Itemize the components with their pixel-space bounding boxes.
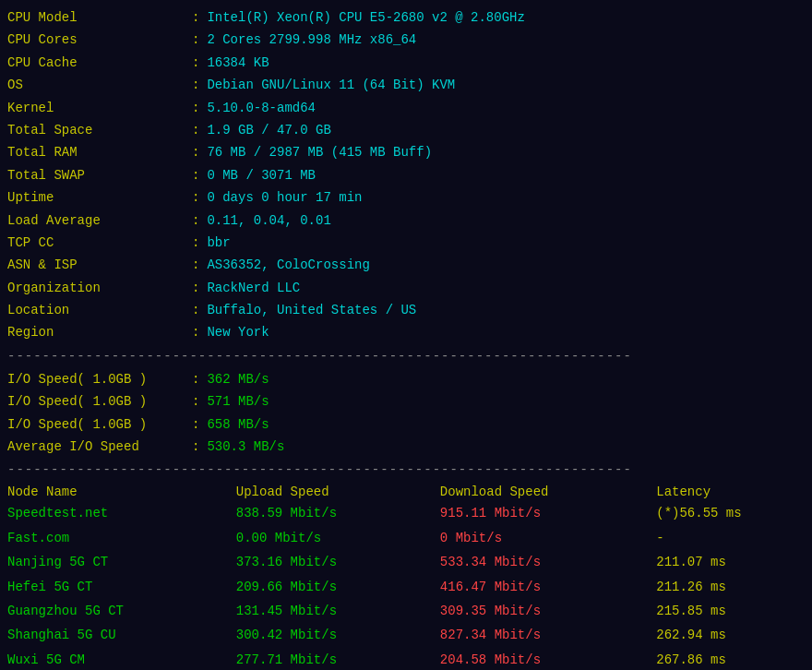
network-section: Node Name Upload Speed Download Speed La… bbox=[7, 483, 805, 670]
total-swap-label: Total SWAP bbox=[7, 165, 192, 185]
io-label: I/O Speed( 1.0GB ) bbox=[7, 414, 192, 435]
upload-speed: 209.66 Mbit/s bbox=[236, 575, 440, 599]
header-download: Download Speed bbox=[440, 483, 656, 501]
node-name: Speedtest.net bbox=[7, 501, 236, 525]
latency-value: - bbox=[656, 526, 805, 550]
node-name: Shanghai 5G CU bbox=[7, 623, 236, 647]
asn-isp-row: ASN & ISP : AS36352, ColoCrossing bbox=[7, 255, 805, 275]
location-row: Location : Buffalo, United States / US bbox=[7, 300, 805, 320]
tcp-cc-label: TCP CC bbox=[7, 233, 192, 253]
node-name: Hefei 5G CT bbox=[7, 575, 236, 599]
io-row-2: I/O Speed( 1.0GB ) : 658 MB/s bbox=[7, 414, 805, 435]
upload-speed: 0.00 Mbit/s bbox=[236, 526, 440, 550]
cpu-cache-value: 16384 KB bbox=[207, 53, 269, 73]
tcp-cc-value: bbr bbox=[207, 233, 230, 253]
total-space-label: Total Space bbox=[7, 120, 192, 140]
network-header-row: Node Name Upload Speed Download Speed La… bbox=[7, 483, 805, 501]
network-row: Nanjing 5G CT 373.16 Mbit/s 533.34 Mbit/… bbox=[7, 550, 805, 574]
kernel-row: Kernel : 5.10.0-8-amd64 bbox=[7, 98, 805, 118]
cpu-model-label: CPU Model bbox=[7, 7, 192, 28]
total-ram-label: Total RAM bbox=[7, 142, 192, 162]
uptime-row: Uptime : 0 days 0 hour 17 min bbox=[7, 187, 805, 208]
total-ram-row: Total RAM : 76 MB / 2987 MB (415 MB Buff… bbox=[7, 142, 805, 162]
latency-value: 267.86 ms bbox=[656, 648, 805, 670]
kernel-label: Kernel bbox=[7, 98, 192, 118]
organization-row: Organization : RackNerd LLC bbox=[7, 278, 805, 298]
network-row: Shanghai 5G CU 300.42 Mbit/s 827.34 Mbit… bbox=[7, 623, 805, 647]
network-row: Wuxi 5G CM 277.71 Mbit/s 204.58 Mbit/s 2… bbox=[7, 648, 805, 670]
asn-isp-value: AS36352, ColoCrossing bbox=[207, 255, 369, 275]
uptime-label: Uptime bbox=[7, 187, 192, 208]
cpu-cache-label: CPU Cache bbox=[7, 53, 192, 73]
network-row: Guangzhou 5G CT 131.45 Mbit/s 309.35 Mbi… bbox=[7, 599, 805, 623]
io-label: Average I/O Speed bbox=[7, 437, 192, 457]
node-name: Wuxi 5G CM bbox=[7, 648, 236, 670]
node-name: Nanjing 5G CT bbox=[7, 550, 236, 574]
divider-1: ----------------------------------------… bbox=[7, 349, 805, 364]
header-upload: Upload Speed bbox=[236, 483, 440, 501]
node-name: Guangzhou 5G CT bbox=[7, 599, 236, 623]
location-label: Location bbox=[7, 300, 192, 320]
os-row: OS : Debian GNU/Linux 11 (64 Bit) KVM bbox=[7, 75, 805, 95]
latency-value: 262.94 ms bbox=[656, 623, 805, 647]
upload-speed: 373.16 Mbit/s bbox=[236, 550, 440, 574]
download-speed: 533.34 Mbit/s bbox=[440, 550, 656, 574]
io-row-1: I/O Speed( 1.0GB ) : 571 MB/s bbox=[7, 391, 805, 412]
system-info: CPU Model : Intel(R) Xeon(R) CPU E5-2680… bbox=[7, 7, 805, 343]
load-average-row: Load Average : 0.11, 0.04, 0.01 bbox=[7, 210, 805, 231]
upload-speed: 131.45 Mbit/s bbox=[236, 599, 440, 623]
latency-value: 215.85 ms bbox=[656, 599, 805, 623]
organization-label: Organization bbox=[7, 278, 192, 298]
download-speed: 0 Mbit/s bbox=[440, 526, 656, 550]
download-speed: 204.58 Mbit/s bbox=[440, 648, 656, 670]
download-speed: 416.47 Mbit/s bbox=[440, 575, 656, 599]
total-space-row: Total Space : 1.9 GB / 47.0 GB bbox=[7, 120, 805, 140]
total-swap-value: 0 MB / 3071 MB bbox=[207, 165, 316, 185]
asn-isp-label: ASN & ISP bbox=[7, 255, 192, 275]
network-row: Speedtest.net 838.59 Mbit/s 915.11 Mbit/… bbox=[7, 501, 805, 525]
uptime-value: 0 days 0 hour 17 min bbox=[207, 187, 362, 208]
latency-value: (*)56.55 ms bbox=[656, 501, 805, 525]
organization-value: RackNerd LLC bbox=[207, 278, 300, 298]
io-value: 362 MB/s bbox=[207, 369, 269, 389]
cpu-cores-row: CPU Cores : 2 Cores 2799.998 MHz x86_64 bbox=[7, 30, 805, 50]
kernel-value: 5.10.0-8-amd64 bbox=[207, 98, 316, 118]
io-label: I/O Speed( 1.0GB ) bbox=[7, 391, 192, 412]
divider-2: ----------------------------------------… bbox=[7, 462, 805, 477]
location-value: Buffalo, United States / US bbox=[207, 300, 416, 320]
os-label: OS bbox=[7, 75, 192, 95]
header-node: Node Name bbox=[7, 483, 236, 501]
network-row: Fast.com 0.00 Mbit/s 0 Mbit/s - bbox=[7, 526, 805, 550]
total-space-value: 1.9 GB / 47.0 GB bbox=[207, 120, 330, 140]
download-speed: 915.11 Mbit/s bbox=[440, 501, 656, 525]
cpu-cache-row: CPU Cache : 16384 KB bbox=[7, 53, 805, 73]
load-average-label: Load Average bbox=[7, 210, 192, 231]
cpu-model-row: CPU Model : Intel(R) Xeon(R) CPU E5-2680… bbox=[7, 7, 805, 28]
header-latency: Latency bbox=[656, 483, 805, 501]
io-label: I/O Speed( 1.0GB ) bbox=[7, 369, 192, 389]
load-average-value: 0.11, 0.04, 0.01 bbox=[207, 210, 330, 231]
region-label: Region bbox=[7, 322, 192, 342]
latency-value: 211.26 ms bbox=[656, 575, 805, 599]
region-value: New York bbox=[207, 322, 269, 342]
io-row-3: Average I/O Speed : 530.3 MB/s bbox=[7, 437, 805, 457]
io-section: I/O Speed( 1.0GB ) : 362 MB/s I/O Speed(… bbox=[7, 369, 805, 458]
total-ram-value: 76 MB / 2987 MB (415 MB Buff) bbox=[207, 142, 432, 162]
upload-speed: 838.59 Mbit/s bbox=[236, 501, 440, 525]
latency-value: 211.07 ms bbox=[656, 550, 805, 574]
download-speed: 309.35 Mbit/s bbox=[440, 599, 656, 623]
cpu-model-value: Intel(R) Xeon(R) CPU E5-2680 v2 @ 2.80GH… bbox=[207, 7, 524, 28]
io-row-0: I/O Speed( 1.0GB ) : 362 MB/s bbox=[7, 369, 805, 389]
cpu-cores-label: CPU Cores bbox=[7, 30, 192, 50]
cpu-cores-value: 2 Cores 2799.998 MHz x86_64 bbox=[207, 30, 416, 50]
os-value: Debian GNU/Linux 11 (64 Bit) KVM bbox=[207, 75, 455, 95]
upload-speed: 300.42 Mbit/s bbox=[236, 623, 440, 647]
download-speed: 827.34 Mbit/s bbox=[440, 623, 656, 647]
network-table: Node Name Upload Speed Download Speed La… bbox=[7, 483, 805, 670]
node-name: Fast.com bbox=[7, 526, 236, 550]
upload-speed: 277.71 Mbit/s bbox=[236, 648, 440, 670]
io-value: 530.3 MB/s bbox=[207, 437, 284, 457]
io-value: 571 MB/s bbox=[207, 391, 269, 412]
tcp-cc-row: TCP CC : bbr bbox=[7, 233, 805, 253]
network-row: Hefei 5G CT 209.66 Mbit/s 416.47 Mbit/s … bbox=[7, 575, 805, 599]
